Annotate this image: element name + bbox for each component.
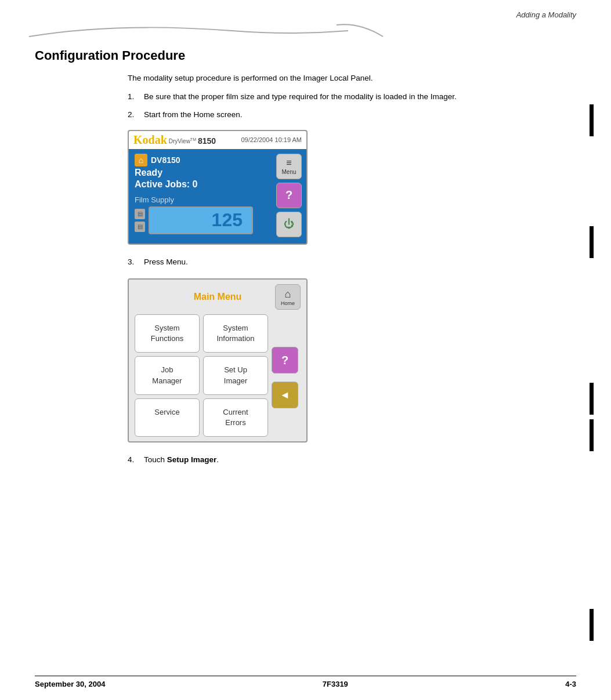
step-list-3: 4. Touch Setup Imager. <box>128 454 576 466</box>
step-1-num: 1. <box>128 91 144 103</box>
power-button[interactable]: ⏻ <box>276 212 302 237</box>
question-icon: ? <box>285 188 292 202</box>
intro-text: The modality setup procedure is performe… <box>128 72 576 84</box>
help-icon: ? <box>281 354 288 367</box>
menu-row-3: Service CurrentErrors <box>135 398 268 437</box>
system-functions-button[interactable]: SystemFunctions <box>135 314 200 353</box>
footer-page: 4-3 <box>565 680 576 688</box>
right-bars-4 <box>590 609 594 641</box>
menu-back-button[interactable]: ◄ <box>272 382 298 408</box>
menu-buttons-area: SystemFunctions SystemInformation JobMan… <box>129 314 306 441</box>
film-icon-top: ▤ <box>135 209 145 219</box>
setup-imager-bold: Setup Imager <box>167 455 217 464</box>
step-list-2: 3. Press Menu. <box>128 256 576 268</box>
menu-label: Menu <box>281 169 296 175</box>
bar-mark-5 <box>590 609 594 641</box>
kodak-logo: Kodak <box>133 133 167 147</box>
dv-title: DV8150 <box>151 155 180 165</box>
step-2-text: Start from the Home screen. <box>144 109 576 121</box>
step-1-text: Be sure that the proper film size and ty… <box>144 91 576 103</box>
service-button[interactable]: Service <box>135 398 200 437</box>
home-screen-container: Kodak DryViewTM 8150 09/22/2004 10:19 AM… <box>128 130 576 245</box>
menu-left-grid: SystemFunctions SystemInformation JobMan… <box>135 314 268 437</box>
step-3-text: Press Menu. <box>144 256 576 268</box>
help-button[interactable]: ? <box>276 183 302 208</box>
set-up-imager-button[interactable]: Set UpImager <box>203 356 268 394</box>
menu-right-col: ? ◄ <box>272 314 301 437</box>
brand-area: Kodak DryViewTM 8150 <box>133 133 216 147</box>
menu-title: Main Menu <box>160 292 275 302</box>
hs-right-buttons: ≡ Menu ? ⏻ <box>276 154 302 237</box>
menu-row-1: SystemFunctions SystemInformation <box>135 314 268 353</box>
menu-help-button[interactable]: ? <box>272 347 298 373</box>
home-icon: ⌂ <box>135 154 147 166</box>
job-manager-button[interactable]: JobManager <box>135 356 200 394</box>
film-display: 125 <box>149 206 253 234</box>
step-2-num: 2. <box>128 109 144 121</box>
menu-row-2: JobManager Set UpImager <box>135 356 268 394</box>
step-1: 1. Be sure that the proper film size and… <box>128 91 576 103</box>
page-footer: September 30, 2004 7F3319 4-3 <box>35 676 576 688</box>
home-icon-menu: ⌂ <box>285 288 291 300</box>
step-4: 4. Touch Setup Imager. <box>128 454 576 466</box>
header-curve <box>0 19 611 42</box>
menu-screen: Main Menu ⌂ Home SystemFunctions SystemI… <box>128 278 308 443</box>
menu-screen-container: Main Menu ⌂ Home SystemFunctions SystemI… <box>128 278 576 443</box>
footer-doc-id: 7F3319 <box>323 680 348 688</box>
step-3: 3. Press Menu. <box>128 256 576 268</box>
footer-date: September 30, 2004 <box>35 680 105 688</box>
main-content: Configuration Procedure The modality set… <box>0 42 611 466</box>
film-count: 125 <box>212 209 243 231</box>
home-screen: Kodak DryViewTM 8150 09/22/2004 10:19 AM… <box>128 130 308 245</box>
home-label: Home <box>281 300 295 306</box>
menu-icon: ≡ <box>286 158 291 168</box>
step-list: 1. Be sure that the proper film size and… <box>128 91 576 121</box>
model-number: 8150 <box>198 136 216 146</box>
menu-button[interactable]: ≡ Menu <box>276 154 302 179</box>
hs-header: Kodak DryViewTM 8150 09/22/2004 10:19 AM <box>129 131 306 149</box>
back-icon: ◄ <box>280 389 290 401</box>
section-title: Configuration Procedure <box>35 48 576 63</box>
menu-screen-header: Main Menu ⌂ Home <box>129 280 306 314</box>
header-title: Adding a Modality <box>516 10 576 19</box>
step-2: 2. Start from the Home screen. <box>128 109 576 121</box>
datetime-display: 09/22/2004 10:19 AM <box>241 136 302 143</box>
film-icons: ▤ ▤ <box>135 209 145 232</box>
dryview-label: DryViewTM <box>169 137 196 144</box>
home-button[interactable]: ⌂ Home <box>275 284 301 310</box>
step-4-text: Touch Setup Imager. <box>144 454 576 466</box>
power-icon: ⏻ <box>284 218 294 230</box>
step-4-num: 4. <box>128 454 144 466</box>
current-errors-button[interactable]: CurrentErrors <box>203 398 268 437</box>
step-3-num: 3. <box>128 256 144 268</box>
film-icon-bottom: ▤ <box>135 222 145 232</box>
hs-body: ⌂ DV8150 Ready Active Jobs: 0 Film Suppl… <box>129 149 306 244</box>
curve-svg <box>0 19 464 42</box>
system-information-button[interactable]: SystemInformation <box>203 314 268 353</box>
page-header: Adding a Modality <box>0 0 611 19</box>
